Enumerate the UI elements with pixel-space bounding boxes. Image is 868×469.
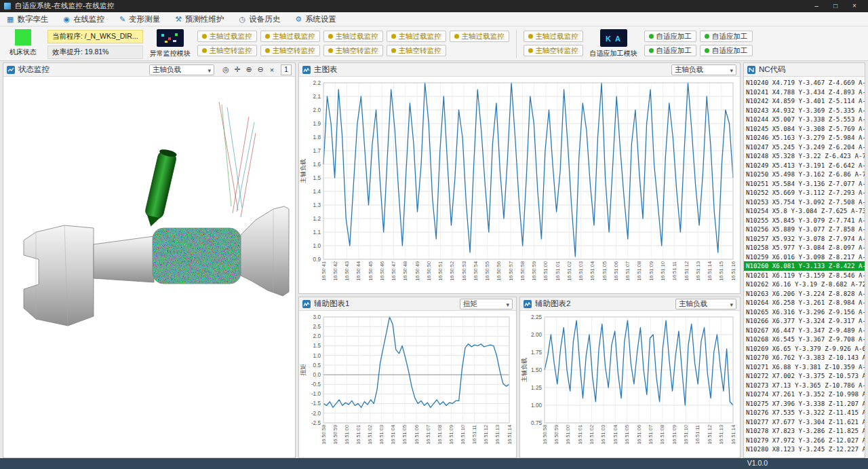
3d-model-viewport[interactable] [3,77,294,457]
svg-text:16:51:13: 16:51:13 [695,261,701,281]
nc-line[interactable]: N10240 X4.719 Y-3.467 Z-4.669 A-76.396 [744,78,865,88]
menubar: ▦数字孪生◉在线监控✎变形测量⚒预测性维护◷设备历史⚙系统设置 [0,12,868,26]
marker-icon[interactable]: ◎ [220,64,231,75]
nc-line[interactable]: N10259 X6.016 Y-3.098 Z-8.217 A-73.036 [744,252,865,262]
maximize-button[interactable]: □ [826,0,845,12]
spindle-overload-monitor-button[interactable]: 主轴过载监控 [323,31,383,42]
adaptive-machining-button[interactable]: 自适应加工 [644,31,697,42]
nc-line[interactable]: N10262 X6.16 Y-3.19 Z-8.682 A-72.56 [744,280,865,289]
viewport-page-indicator[interactable]: 1 [281,64,292,75]
menu-item-system-settings[interactable]: ⚙系统设置 [295,14,336,24]
nc-line[interactable]: N10244 X5.007 Y-3.338 Z-5.553 A-75.297 [744,115,865,124]
main-chart: 0.91.01.11.21.31.41.51.61.71.81.92.02.12… [299,77,738,293]
svg-text:3.0: 3.0 [313,314,321,320]
nc-line[interactable]: N10280 X8.123 Y-3.245 Z-12.227 A-62.23 [744,445,865,454]
nc-line[interactable]: N10263 X6.206 Y-3.224 Z-8.828 A-72.33 C [744,289,865,299]
spindle-idle-monitor-button[interactable]: 主轴空转监控 [260,45,320,56]
svg-text:16:51:06: 16:51:06 [613,261,619,281]
aux-chart1-signal-selector[interactable]: 扭矩 [460,299,513,309]
current-program-label: 当前程序: /_N_WKS_DIR... [47,30,143,43]
nc-line[interactable]: N10250 X5.498 Y-3.162 Z-6.86 A-74.178 C [744,170,865,179]
menu-item-predictive-maintenance[interactable]: ⚒预测性维护 [175,14,224,24]
nc-line[interactable]: N10277 X7.677 Y-3.304 Z-11.621 A-64.48 [744,417,865,427]
nc-line[interactable]: N10268 X6.545 Y-3.367 Z-9.708 A-70.579 [744,335,865,344]
svg-text:2.5: 2.5 [313,324,321,330]
nc-line[interactable]: N10245 X5.084 Y-3.308 Z-5.769 A-75.088 [744,124,865,134]
olive-dot-icon [265,34,270,39]
main-chart-signal-selector[interactable]: 主轴负载 [671,64,736,75]
svg-text:-1.5: -1.5 [311,400,321,407]
nc-line[interactable]: N10241 X4.788 Y-3.434 Z-4.893 A-76.062 [744,88,865,97]
svg-text:16:51:00: 16:51:00 [344,425,350,445]
menu-item-digital-twin[interactable]: ▦数字孪生 [7,14,48,24]
adaptive-machining-button[interactable]: 自适应加工 [700,45,753,56]
spindle-idle-monitor-button[interactable]: 主轴空转监控 [197,45,257,56]
main-chart-panel: 主图表 主轴负载 0.91.01.11.21.31.41.51.61.71.81… [298,62,741,294]
nc-line[interactable]: N10243 X4.932 Y-3.369 Z-5.335 A-75.523 [744,106,865,115]
close-button[interactable]: × [845,0,864,12]
nc-line[interactable]: N10254 X5.8 Y-3.084 Z-7.625 A-73.571 C [744,206,865,216]
spindle-overload-monitor-button[interactable]: 主轴过载监控 [450,31,509,42]
nc-line[interactable]: N10266 X6.377 Y-3.324 Z-9.317 A-71.443 [744,316,865,326]
svg-text:16:51:12: 16:51:12 [707,425,713,445]
nc-line[interactable]: N10256 X5.889 Y-3.077 Z-7.858 A-73.348 [744,225,865,234]
nc-line[interactable]: N10275 X7.396 Y-3.338 Z-11.207 A-65.95 [744,399,865,409]
nc-line[interactable]: N10258 X5.977 Y-3.084 Z-8.097 A-73.138 [744,243,865,252]
nc-line[interactable]: N10248 X5.328 Y-3.22 Z-6.423 A-74.52 C [744,151,865,161]
nc-line[interactable]: N10261 X6.119 Y-3.159 Z-8.546 A-72.701 [744,271,865,280]
status-signal-selector[interactable]: 主轴负载 [149,64,214,75]
nc-line[interactable]: N10247 X5.245 Y-3.249 Z-6.204 A-74.701 [744,143,865,152]
zoom-in-icon[interactable]: ⊕ [243,64,254,75]
svg-text:1.4: 1.4 [313,189,321,195]
svg-text:16:51:12: 16:51:12 [483,425,489,445]
spindle-overload-monitor-button[interactable]: 主轴过载监控 [197,31,257,42]
nc-line[interactable]: N10264 X6.258 Y-3.261 Z-8.984 A-72.072 [744,298,865,307]
nc-line[interactable]: N10267 X6.447 Y-3.347 Z-9.489 A-71.055 [744,326,865,335]
minimize-button[interactable]: – [807,0,826,12]
nc-line[interactable]: N10249 X5.413 Y-3.191 Z-6.642 A-74.346 [744,161,865,170]
nc-line[interactable]: N10246 X5.163 Y-3.279 Z-5.984 A-74.892 [744,133,865,143]
nc-line[interactable]: N10269 X6.65 Y-3.379 Z-9.926 A-69.947 C [744,344,865,354]
menu-item-device-history[interactable]: ◷设备历史 [239,14,281,24]
nc-line[interactable]: N10251 X5.584 Y-3.136 Z-7.077 A-74.012 [744,179,865,189]
nc-line[interactable]: N10273 X7.13 Y-3.365 Z-10.786 A-67.372 [744,381,865,390]
nc-line-current[interactable]: N10260 X6.081 Y-3.133 Z-8.422 A-72.835 [744,261,865,271]
menu-item-deformation-measurement[interactable]: ✎变形测量 [119,14,160,24]
nc-line[interactable]: N10279 X7.972 Y-3.266 Z-12.027 A-62.98 [744,436,865,445]
nc-line[interactable]: N10276 X7.535 Y-3.322 Z-11.415 A-65.22 [744,408,865,417]
svg-text:16:51:03: 16:51:03 [378,425,384,445]
system-settings-icon: ⚙ [295,15,302,24]
nc-line[interactable]: N10255 X5.845 Y-3.079 Z-7.741 A-73.458 [744,216,865,225]
spindle-overload-monitor-button[interactable]: 主轴过载监控 [524,31,583,42]
spindle-idle-monitor-button[interactable]: 主轴空转监控 [524,45,583,56]
nc-line[interactable]: N10252 X5.669 Y-3.112 Z-7.293 A-73.844 [744,188,865,198]
svg-text:2.0: 2.0 [313,333,321,339]
svg-text:16:50:54: 16:50:54 [473,261,479,281]
nc-line[interactable]: N10274 X7.261 Y-3.352 Z-10.998 A-66.67 [744,390,865,399]
spindle-overload-monitor-button[interactable]: 主轴过载监控 [260,31,320,42]
nc-line[interactable]: N10242 X4.859 Y-3.401 Z-5.114 A-75.775 [744,96,865,106]
crosshair-icon[interactable]: ✛ [232,64,243,75]
nc-line[interactable]: N10270 X6.762 Y-3.383 Z-10.143 A-69.36 [744,353,865,362]
svg-text:主轴负载: 主轴负载 [521,358,528,382]
machine-status-block: 机床状态 [5,28,41,57]
spindle-overload-monitor-button[interactable]: 主轴过载监控 [387,31,446,42]
nc-line[interactable]: N10265 X6.316 Y-3.296 Z-9.156 A-71.771 [744,307,865,317]
nc-line[interactable]: N10253 X5.754 Y-3.092 Z-7.508 A-73.677 [744,198,865,207]
aux-chart2-signal-selector[interactable]: 主轴负载 [675,299,736,309]
adaptive-machining-button[interactable]: 自适应加工 [700,31,753,42]
nc-line[interactable]: N10272 X7.002 Y-3.375 Z-10.573 A-68.05 [744,371,865,381]
clear-icon[interactable]: × [267,64,277,75]
spindle-idle-monitor-button[interactable]: 主轴空转监控 [387,45,446,56]
svg-text:16:50:51: 16:50:51 [437,261,443,281]
adaptive-module-icon: KA [600,29,627,47]
zoom-out-icon[interactable]: ⊖ [255,64,266,75]
nc-line[interactable]: N10278 X7.823 Y-3.286 Z-11.825 A-63.73 [744,426,865,436]
adaptive-machining-button[interactable]: 自适应加工 [644,45,697,56]
spindle-idle-monitor-button[interactable]: 主轴空转监控 [323,45,383,56]
nc-line[interactable]: N10271 X6.88 Y-3.381 Z-10.359 A-68.711 [744,362,865,372]
svg-text:2.25: 2.25 [531,314,542,320]
menu-item-online-monitoring[interactable]: ◉在线监控 [63,14,104,24]
svg-text:16:50:47: 16:50:47 [391,261,397,281]
nc-line[interactable]: N10257 X5.932 Y-3.078 Z-7.974 A-73.243 [744,234,865,244]
